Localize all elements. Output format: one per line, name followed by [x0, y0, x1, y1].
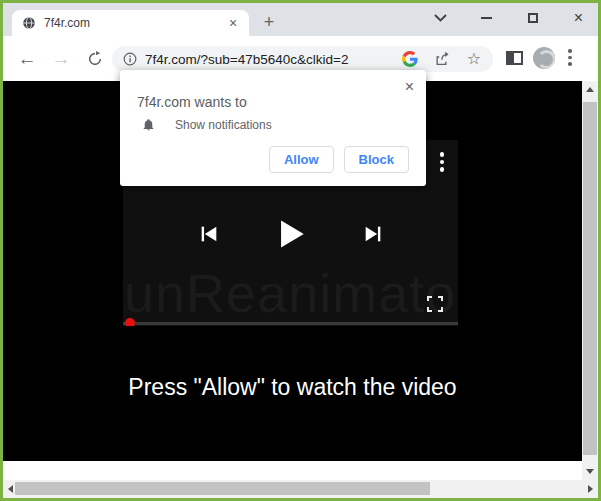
tab-title: 7f4r.com	[44, 16, 90, 30]
window-close-button[interactable]: ×	[571, 11, 586, 26]
scroll-right-icon[interactable]	[588, 485, 593, 493]
next-track-icon[interactable]	[362, 223, 384, 245]
globe-favicon-icon	[22, 16, 36, 30]
side-panel-icon[interactable]	[506, 51, 523, 65]
play-icon[interactable]	[274, 216, 308, 252]
address-bar[interactable]: 7f4r.com/?sub=47b5640c&clkid=2 ☆	[112, 46, 493, 72]
horizontal-scrollbar-thumb[interactable]	[15, 482, 430, 495]
fullscreen-icon[interactable]	[427, 296, 443, 312]
site-info-icon[interactable]	[123, 52, 137, 66]
page-bottom-strip	[3, 461, 582, 480]
url-text[interactable]: 7f4r.com/?sub=47b5640c&clkid=2	[145, 52, 386, 67]
chevron-down-icon[interactable]	[433, 11, 448, 26]
horizontal-scrollbar[interactable]	[3, 480, 598, 498]
new-tab-button[interactable]: +	[258, 12, 280, 34]
google-g-icon	[402, 51, 418, 67]
popup-permission-text: Show notifications	[175, 118, 272, 132]
window-controls: ×	[433, 3, 586, 33]
browser-window: 7f4r.com × + × ← → 7f4r.com/?sub=47b5640…	[0, 0, 601, 501]
minimize-button[interactable]	[479, 11, 494, 26]
popup-title: 7f4r.com wants to	[137, 94, 247, 110]
page-caption: Press "Allow" to watch the video	[3, 372, 582, 402]
popup-close-icon[interactable]: ×	[405, 78, 414, 96]
player-watermark: unReanimator	[124, 262, 458, 324]
back-button[interactable]: ←	[15, 36, 39, 81]
bookmark-star-icon[interactable]: ☆	[467, 51, 481, 67]
maximize-button[interactable]	[525, 11, 540, 26]
allow-button[interactable]: Allow	[269, 146, 334, 173]
progress-handle[interactable]	[125, 318, 135, 326]
forward-button: →	[49, 36, 73, 81]
bell-icon	[142, 118, 155, 132]
vertical-scrollbar-thumb[interactable]	[583, 102, 597, 455]
notification-permission-popup: × 7f4r.com wants to Show notifications A…	[120, 70, 426, 186]
browser-menu-icon[interactable]	[568, 49, 572, 66]
share-icon[interactable]	[434, 51, 451, 67]
previous-track-icon[interactable]	[198, 223, 220, 245]
browser-tab[interactable]: 7f4r.com ×	[12, 10, 249, 36]
progress-bar[interactable]	[123, 322, 458, 325]
vertical-scrollbar[interactable]	[582, 81, 598, 480]
scroll-left-icon[interactable]	[8, 485, 13, 493]
tab-close-icon[interactable]: ×	[225, 16, 241, 30]
reload-button[interactable]	[83, 36, 107, 81]
scroll-up-icon[interactable]	[586, 87, 594, 92]
block-button[interactable]: Block	[344, 146, 409, 173]
player-controls	[123, 216, 458, 252]
player-menu-icon[interactable]	[440, 152, 445, 172]
scroll-down-icon[interactable]	[586, 469, 594, 474]
tab-strip: 7f4r.com × + ×	[3, 3, 598, 36]
profile-avatar[interactable]	[533, 47, 555, 69]
